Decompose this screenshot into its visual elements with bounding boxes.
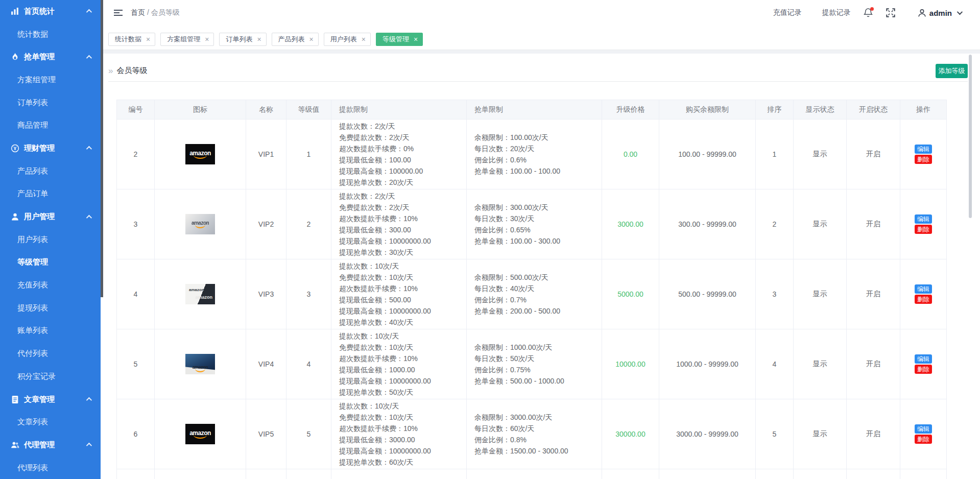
sidebar-group-grab-orders[interactable]: 抢单管理: [0, 45, 101, 68]
sidebar-item-user-list[interactable]: 用户列表: [0, 228, 101, 251]
notification-bell-icon[interactable]: [864, 8, 873, 18]
sidebar-menu: 首页统计 统计数据 抢单管理 方案组管理 订单列表 商品管理 理财管理 产品列表…: [0, 0, 101, 479]
sidebar-item-article-list[interactable]: 文章列表: [0, 411, 101, 434]
delete-button[interactable]: 删除: [915, 435, 932, 444]
tab-order-list[interactable]: 订单列表×: [219, 33, 266, 46]
amazon-logo-image: amazon: [185, 424, 215, 444]
cell-name: VIP2: [246, 189, 286, 259]
cell-name: VIP3: [246, 259, 286, 329]
sidebar-group-label: 理财管理: [24, 143, 55, 153]
edit-button[interactable]: 编辑: [915, 354, 932, 364]
sidebar-scrollbar-thumb[interactable]: [101, 0, 103, 297]
cell-id: 2: [117, 119, 155, 189]
cell-id: 3: [117, 189, 155, 259]
cell-withdraw-limit: 提款次数：2次/天 免费提款次数：2次/天 超次数提款手续费：0% 提现最低金额…: [331, 119, 467, 189]
cell-level: 4: [286, 329, 331, 399]
sidebar-toggle-icon[interactable]: [114, 8, 123, 17]
col-balance-limit: 购买余额限制: [659, 100, 756, 119]
sidebar-item-recharge-list[interactable]: 充值列表: [0, 274, 101, 297]
sidebar-group-home-stats[interactable]: 首页统计: [0, 0, 101, 23]
amazon-smile-icon: [195, 369, 205, 372]
sidebar-group-users[interactable]: 用户管理: [0, 205, 101, 228]
cell-upgrade-price: 5000.00: [602, 259, 659, 329]
sidebar-group-finance[interactable]: 理财管理: [0, 137, 101, 160]
sidebar-item-stats-data[interactable]: 统计数据: [0, 23, 101, 46]
document-icon: [11, 395, 19, 404]
amazon-logo-image: amazon: [185, 214, 215, 234]
sidebar-item-plan-groups[interactable]: 方案组管理: [0, 68, 101, 91]
levels-table-wrap: 编号 图标 名称 等级值 提款限制 抢单限制 升级价格 购买余额限制 排序 显示…: [116, 100, 968, 479]
cell-display-status: 显示: [794, 329, 847, 399]
table-row: 5 amazon VIP4 4 提款次数：10次/天 免费提款次数：10次/天 …: [117, 329, 947, 399]
edit-button[interactable]: 编辑: [915, 424, 932, 434]
breadcrumb-current: 会员等级: [151, 8, 180, 16]
sidebar-item-label: 等级管理: [17, 257, 48, 267]
sidebar-group-articles[interactable]: 文章管理: [0, 388, 101, 411]
main-area: 首页 / 会员等级 充值记录 提款记录 admin: [103, 0, 980, 479]
edit-button[interactable]: 编辑: [915, 214, 932, 224]
sidebar-item-label: 充值列表: [17, 280, 48, 290]
sidebar-item-order-list[interactable]: 订单列表: [0, 91, 101, 114]
cell-icon: amazonamazon: [155, 259, 246, 329]
sidebar-item-label: 账单列表: [17, 326, 48, 336]
tab-label: 用户列表: [330, 35, 357, 44]
close-icon[interactable]: ×: [257, 36, 261, 43]
close-icon[interactable]: ×: [414, 36, 418, 43]
fullscreen-icon[interactable]: [886, 8, 895, 17]
close-icon[interactable]: ×: [205, 36, 209, 43]
sidebar-item-points-records[interactable]: 积分宝记录: [0, 365, 101, 388]
tab-user-list[interactable]: 用户列表×: [324, 33, 371, 46]
delete-button[interactable]: 删除: [915, 225, 932, 234]
tab-product-list[interactable]: 产品列表×: [272, 33, 319, 46]
tab-stats-data[interactable]: 统计数据×: [108, 33, 155, 46]
sidebar-item-label: 方案组管理: [17, 75, 56, 85]
user-menu[interactable]: admin: [918, 9, 961, 17]
chevron-down-icon: [957, 9, 963, 15]
tab-label: 产品列表: [278, 35, 305, 44]
close-icon[interactable]: ×: [362, 36, 366, 43]
cell-id: 6: [117, 399, 155, 469]
tab-label: 等级管理: [383, 35, 409, 44]
chevron-up-icon: [86, 146, 92, 152]
sidebar-item-product-list[interactable]: 产品列表: [0, 160, 101, 183]
sidebar-item-level-mgmt[interactable]: 等级管理: [0, 251, 101, 274]
sidebar-item-product-orders[interactable]: 产品订单: [0, 183, 101, 206]
delete-button[interactable]: 删除: [915, 155, 932, 164]
amazon-logo-image: amazon: [185, 144, 215, 164]
delete-button[interactable]: 删除: [915, 295, 932, 304]
breadcrumb-home[interactable]: 首页: [131, 8, 145, 16]
withdraw-records-link[interactable]: 提款记录: [822, 8, 851, 17]
tab-plan-groups[interactable]: 方案组管理×: [160, 33, 214, 46]
page-scrollbar-thumb[interactable]: [969, 55, 972, 218]
amazon-logo-image: amazonamazon: [185, 284, 215, 304]
close-icon[interactable]: ×: [309, 36, 314, 43]
cell-withdraw-limit: 提款次数：10次/天 免费提款次数：10次/天 超次数提款手续费：10% 提现最…: [331, 399, 467, 469]
recharge-records-link[interactable]: 充值记录: [773, 8, 802, 17]
cell-sort: 2: [756, 189, 794, 259]
cell-icon: amazon: [155, 119, 246, 189]
sidebar-item-goods-mgmt[interactable]: 商品管理: [0, 114, 101, 137]
cell-display-status: 显示: [794, 189, 847, 259]
cell-level: 3: [286, 259, 331, 329]
sidebar-item-agent-list[interactable]: 代理列表: [0, 457, 101, 479]
table-row: 6 amazon VIP5 5 提款次数：10次/天 免费提款次数：10次/天 …: [117, 399, 947, 469]
cell-balance-limit: 3000.00 - 99999.00: [659, 399, 756, 469]
sidebar-item-label: 积分宝记录: [17, 372, 56, 381]
edit-button[interactable]: 编辑: [915, 145, 932, 154]
sidebar-item-withdraw-list[interactable]: 提现列表: [0, 297, 101, 320]
tab-level-mgmt-active[interactable]: 等级管理×: [376, 33, 423, 46]
close-icon[interactable]: ×: [146, 36, 150, 43]
add-level-button[interactable]: 添加等级: [936, 64, 968, 78]
sidebar-item-label: 文章列表: [17, 417, 48, 427]
sidebar-group-agents[interactable]: 代理管理: [0, 434, 101, 457]
cell-upgrade-price: 3000.00: [602, 189, 659, 259]
col-id: 编号: [117, 100, 155, 119]
cell-balance-limit: 500.00 - 99999.00: [659, 259, 756, 329]
delete-button[interactable]: 删除: [915, 365, 932, 374]
sidebar-item-bill-list[interactable]: 账单列表: [0, 320, 101, 343]
breadcrumb: 首页 / 会员等级: [131, 8, 180, 17]
sidebar-item-payout-list[interactable]: 代付列表: [0, 342, 101, 365]
users-icon: [11, 441, 19, 449]
edit-button[interactable]: 编辑: [915, 284, 932, 294]
col-name: 名称: [246, 100, 286, 119]
